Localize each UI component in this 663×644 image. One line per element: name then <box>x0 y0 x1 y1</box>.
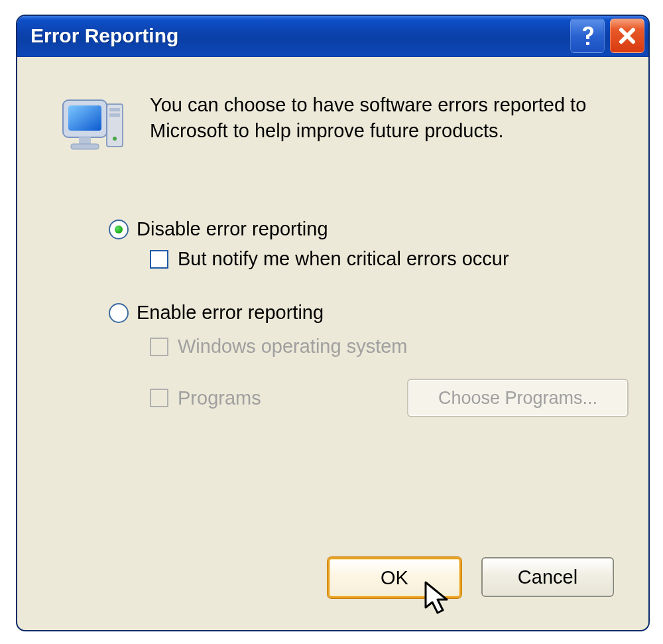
help-button[interactable] <box>570 19 605 53</box>
svg-rect-3 <box>109 113 120 117</box>
choose-programs-button: Choose Programs... <box>407 379 629 417</box>
checkbox-notify-critical[interactable]: But notify me when critical errors occur <box>150 248 642 270</box>
radio-icon <box>109 220 129 239</box>
close-icon <box>617 26 637 46</box>
titlebar[interactable]: Error Reporting <box>17 16 648 57</box>
svg-point-4 <box>113 137 117 141</box>
cancel-button[interactable]: Cancel <box>481 557 614 597</box>
checkbox-icon <box>150 389 168 407</box>
radio-enable-label: Enable error reporting <box>137 302 324 324</box>
programs-row: Programs Choose Programs... <box>150 379 642 417</box>
error-reporting-dialog: Error Reporting <box>16 15 650 631</box>
svg-rect-7 <box>79 137 91 144</box>
svg-rect-8 <box>71 144 99 149</box>
dialog-body: You can choose to have software errors r… <box>24 62 642 623</box>
intro-row: You can choose to have software errors r… <box>24 62 642 165</box>
checkbox-icon <box>150 338 168 356</box>
help-icon <box>577 25 597 47</box>
computer-icon <box>56 92 135 165</box>
ok-button[interactable]: OK <box>328 557 461 598</box>
checkbox-notify-label: But notify me when critical errors occur <box>178 248 509 270</box>
radio-enable-error-reporting[interactable]: Enable error reporting <box>109 302 642 324</box>
dialog-buttons: OK Cancel <box>328 557 614 598</box>
checkbox-programs-label: Programs <box>178 387 261 409</box>
svg-rect-2 <box>109 108 120 111</box>
radio-disable-error-reporting[interactable]: Disable error reporting <box>109 218 642 240</box>
radio-disable-label: Disable error reporting <box>137 218 328 240</box>
intro-text: You can choose to have software errors r… <box>150 92 610 144</box>
titlebar-buttons <box>570 19 644 53</box>
checkbox-windows-os: Windows operating system <box>150 336 642 357</box>
close-button[interactable] <box>610 19 644 53</box>
checkbox-icon <box>150 250 168 269</box>
window-title: Error Reporting <box>30 25 570 47</box>
svg-rect-0 <box>586 42 589 45</box>
options-group: Disable error reporting But notify me wh… <box>24 218 642 417</box>
checkbox-os-label: Windows operating system <box>178 336 408 357</box>
radio-icon <box>109 303 129 323</box>
svg-rect-6 <box>68 105 101 131</box>
